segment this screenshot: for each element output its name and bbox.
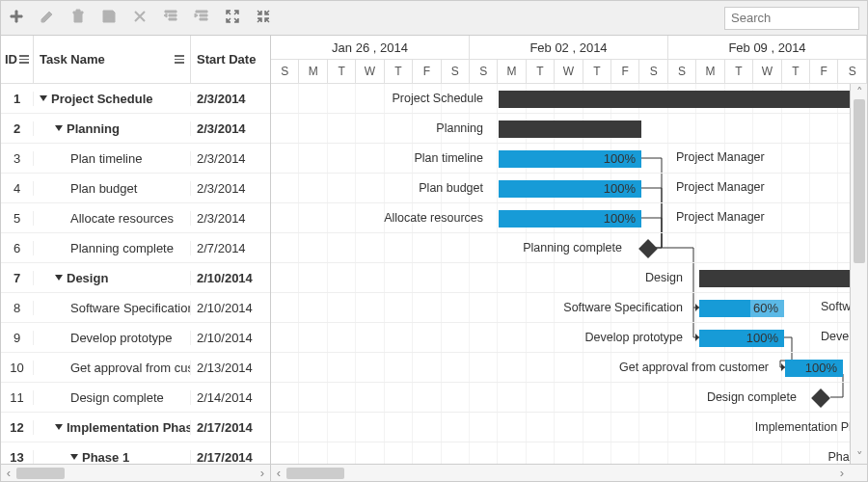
chevron-left-icon[interactable]: ‹ bbox=[1, 466, 16, 481]
summary-bar[interactable] bbox=[699, 270, 863, 287]
gantt-chart: Jan 26 , 2014Feb 02 , 2014Feb 09 , 2014 … bbox=[271, 36, 867, 481]
resource-label: Project Manager bbox=[676, 180, 765, 194]
gantt-row: Get approval from customer100% bbox=[271, 353, 867, 383]
day-header: M bbox=[299, 60, 327, 83]
task-label: Implementation Ph bbox=[271, 420, 863, 434]
day-header: T bbox=[527, 60, 555, 83]
week-header: Feb 02 , 2014 bbox=[470, 36, 668, 59]
collapse-icon[interactable] bbox=[70, 454, 78, 460]
summary-bar[interactable] bbox=[499, 120, 641, 138]
gantt-row: Project Schedule bbox=[271, 84, 867, 114]
table-row[interactable]: 7Design2/10/2014 bbox=[1, 263, 270, 293]
gantt-row: Allocate resources100%Project Manager bbox=[271, 203, 867, 233]
gantt-row: Planning complete bbox=[271, 233, 867, 263]
resource-label: Project Manager bbox=[676, 150, 765, 164]
indent-icon[interactable] bbox=[194, 9, 209, 27]
collapse-icon[interactable] bbox=[40, 95, 47, 101]
hamburger-icon[interactable] bbox=[175, 55, 184, 64]
gantt-row: Develop prototype100%Deve bbox=[271, 323, 867, 353]
horizontal-scrollbar[interactable]: ‹ › bbox=[271, 464, 867, 481]
day-header: T bbox=[782, 60, 810, 83]
task-label: Planning bbox=[271, 121, 491, 135]
table-row[interactable]: 8Software Specification2/10/2014 bbox=[1, 293, 270, 323]
collapse-all-icon[interactable] bbox=[256, 9, 271, 27]
milestone-marker[interactable] bbox=[638, 239, 658, 258]
cancel-icon[interactable] bbox=[132, 9, 148, 27]
task-label: Plan timeline bbox=[271, 151, 491, 165]
table-row[interactable]: 13Phase 12/17/2014 bbox=[1, 442, 270, 464]
task-grid: ID Task Name Start Date 1Project Schedul… bbox=[1, 36, 271, 481]
main: ID Task Name Start Date 1Project Schedul… bbox=[1, 36, 867, 481]
table-row[interactable]: 4Plan budget2/3/2014 bbox=[1, 174, 270, 203]
gantt-row: Phas bbox=[271, 442, 867, 464]
collapse-icon[interactable] bbox=[55, 275, 63, 281]
gantt-row: Software Specification60%Software bbox=[271, 293, 867, 323]
day-header: W bbox=[753, 60, 781, 83]
day-header: T bbox=[583, 60, 611, 83]
add-icon[interactable] bbox=[9, 9, 24, 27]
day-header: M bbox=[498, 60, 526, 83]
day-header: T bbox=[725, 60, 753, 83]
horizontal-scrollbar[interactable]: ‹ › bbox=[1, 464, 270, 481]
hamburger-icon[interactable] bbox=[19, 55, 29, 64]
day-header: S bbox=[470, 60, 498, 83]
chevron-down-icon[interactable]: ˅ bbox=[851, 448, 867, 464]
task-label: Get approval from customer bbox=[271, 361, 776, 374]
task-bar[interactable]: 100% bbox=[699, 330, 784, 347]
scroll-thumb[interactable] bbox=[286, 468, 344, 479]
day-header: S bbox=[838, 60, 866, 83]
outdent-icon[interactable] bbox=[163, 9, 178, 27]
edit-icon[interactable] bbox=[40, 9, 55, 27]
task-bar[interactable]: 100% bbox=[499, 210, 641, 228]
task-bar[interactable]: 100% bbox=[499, 180, 641, 198]
task-label: Phas bbox=[271, 450, 863, 464]
col-header-task[interactable]: Task Name bbox=[34, 36, 191, 83]
day-header: S bbox=[442, 60, 470, 83]
task-label: Software Specification bbox=[271, 301, 691, 314]
vertical-scrollbar[interactable]: ˄ ˅ bbox=[850, 84, 867, 464]
table-row[interactable]: 10Get approval from customer2/13/2014 bbox=[1, 353, 270, 383]
resource-label: Project Manager bbox=[676, 210, 765, 224]
delete-icon[interactable] bbox=[70, 9, 86, 27]
task-label: Allocate resources bbox=[271, 211, 491, 225]
toolbar bbox=[1, 1, 867, 36]
collapse-icon[interactable] bbox=[55, 125, 63, 131]
timeline-header: Jan 26 , 2014Feb 02 , 2014Feb 09 , 2014 … bbox=[271, 36, 867, 84]
chevron-up-icon[interactable]: ˄ bbox=[851, 84, 867, 99]
day-header: S bbox=[639, 60, 667, 83]
day-header: S bbox=[271, 60, 299, 83]
day-header: F bbox=[611, 60, 639, 83]
chart-body[interactable]: Project SchedulePlanningPlan timeline100… bbox=[271, 84, 867, 464]
grid-header: ID Task Name Start Date bbox=[1, 36, 270, 84]
save-icon[interactable] bbox=[101, 9, 117, 27]
table-row[interactable]: 11Design complete2/14/2014 bbox=[1, 383, 270, 413]
table-row[interactable]: 3Plan timeline2/3/2014 bbox=[1, 144, 270, 174]
summary-bar[interactable] bbox=[499, 91, 865, 108]
milestone-marker[interactable] bbox=[811, 388, 830, 408]
scroll-thumb[interactable] bbox=[16, 468, 65, 479]
task-bar[interactable]: 60% bbox=[699, 300, 784, 317]
task-bar[interactable]: 100% bbox=[785, 360, 843, 377]
table-row[interactable]: 1Project Schedule2/3/2014 bbox=[1, 84, 270, 114]
search-input[interactable] bbox=[724, 7, 859, 30]
day-header: T bbox=[328, 60, 356, 83]
task-label: Design bbox=[271, 271, 691, 284]
gantt-row: Design bbox=[271, 263, 867, 293]
chevron-left-icon[interactable]: ‹ bbox=[271, 466, 286, 481]
scroll-thumb[interactable] bbox=[854, 99, 865, 263]
col-header-date[interactable]: Start Date bbox=[191, 36, 270, 83]
table-row[interactable]: 2Planning2/3/2014 bbox=[1, 114, 270, 144]
chevron-right-icon[interactable]: › bbox=[255, 466, 270, 481]
task-bar[interactable]: 100% bbox=[499, 150, 641, 168]
table-row[interactable]: 5Allocate resources2/3/2014 bbox=[1, 203, 270, 233]
collapse-icon[interactable] bbox=[55, 424, 63, 430]
col-header-id[interactable]: ID bbox=[1, 36, 34, 83]
table-row[interactable]: 12Implementation Phase2/17/2014 bbox=[1, 413, 270, 442]
gantt-row: Planning bbox=[271, 114, 867, 144]
table-row[interactable]: 9Develop prototype2/10/2014 bbox=[1, 323, 270, 353]
table-row[interactable]: 6Planning complete2/7/2014 bbox=[1, 233, 270, 263]
chevron-right-icon[interactable]: › bbox=[834, 466, 850, 481]
task-label: Develop prototype bbox=[271, 331, 691, 344]
expand-all-icon[interactable] bbox=[225, 9, 240, 27]
day-header: M bbox=[696, 60, 724, 83]
